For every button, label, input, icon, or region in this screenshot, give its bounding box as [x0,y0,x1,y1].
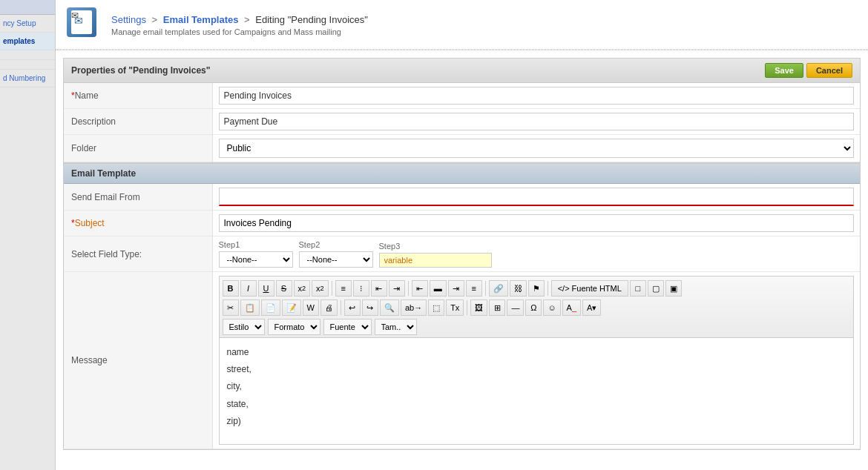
send-from-row: Send Email From [64,184,860,211]
properties-header: Properties of "Pending Invoices" Save Ca… [64,59,860,83]
smiley-button[interactable]: ☺ [543,299,560,316]
email-template-title: Email Template [71,168,136,179]
folder-input-cell: Public Private Shared [212,135,860,162]
email-template-icon: ✉ [67,7,96,37]
description-input[interactable] [219,113,855,130]
header-section: ✉ Settings > Email Templates > Editing "… [56,0,868,50]
save-button[interactable]: Save [765,63,803,78]
link-button[interactable]: 🔗 [489,280,508,297]
outdent-button[interactable]: ⇤ [371,280,387,297]
email-template-section: Email Template Send Email From *Subject [64,162,860,449]
breadcrumb-email-templates-link[interactable]: Email Templates [163,14,239,25]
header-text: Settings > Email Templates > Editing "Pe… [111,14,368,36]
format-dropdown[interactable]: Formato [268,319,320,335]
folder-label-cell: Folder [64,135,212,162]
remove-format-button[interactable]: Tx [446,299,464,316]
source-button3[interactable]: ▣ [665,280,682,297]
email-form-table: Send Email From *Subject [64,184,860,449]
superscript-button[interactable]: x2 [312,280,329,297]
sidebar-top [0,0,55,15]
align-right-button[interactable]: ⇥ [448,280,464,297]
indent-button[interactable]: ⇥ [389,280,405,297]
find-button[interactable]: 🔍 [380,299,399,316]
source-button1[interactable]: □ [630,280,646,297]
paste-text-button[interactable]: 📝 [282,299,301,316]
send-from-input-cell [212,184,860,211]
field-type-row: Select Field Type: Step1 --None-- [64,236,860,272]
replace-button[interactable]: ab→ [401,299,427,316]
font-dropdown[interactable]: Fuente [323,319,372,335]
breadcrumb-editing-text: Editing "Pending Invoices" [255,14,368,25]
cancel-button[interactable]: Cancel [806,63,852,78]
properties-title: Properties of "Pending Invoices" [71,65,210,76]
paste-button[interactable]: 📄 [261,299,280,316]
subscript-button[interactable]: x2 [294,280,311,297]
subject-input[interactable] [219,214,855,232]
folder-select[interactable]: Public Private Shared [219,139,855,158]
bold-button[interactable]: B [223,280,239,297]
underline-button[interactable]: U [258,280,274,297]
header-icon: ✉ [67,7,102,43]
undo-button[interactable]: ↩ [344,299,361,316]
fuente-html-icon: </> [558,284,570,293]
table-button[interactable]: ⊞ [489,299,505,316]
toolbar-row1: B I U S x2 x2 ≡ ⁝ ⇤ [223,279,851,298]
step3-label: Step3 [379,242,492,251]
italic-button[interactable]: I [240,280,257,297]
ordered-list-button[interactable]: ≡ [335,280,352,297]
anchor-button[interactable]: ⚑ [528,280,545,297]
send-from-input[interactable] [219,188,855,206]
sidebar-item-templates[interactable]: emplates [0,33,55,50]
subject-label-text: Subject [75,218,105,228]
fuente-html-button[interactable]: </> Fuente HTML [551,280,628,297]
font-color-button[interactable]: A_ [562,299,581,316]
breadcrumb-settings-link[interactable]: Settings [111,14,146,25]
special-char-button[interactable]: Ω [525,299,542,316]
copy-button[interactable]: 📋 [240,299,260,316]
breadcrumb: Settings > Email Templates > Editing "Pe… [111,14,368,25]
step2-group: Step2 --None-- [299,240,373,268]
step2-select[interactable]: --None-- [299,251,373,268]
field-type-input-cell: Step1 --None-- Step2 --None-- [212,236,860,272]
name-input[interactable] [219,87,855,105]
editor-body[interactable]: name street, city, state, zip) Desc [219,337,855,445]
header-separator [56,50,868,50]
align-left-button[interactable]: ⇤ [412,280,428,297]
select-all-button[interactable]: ⬚ [428,299,444,316]
sidebar-item-numbering[interactable]: d Numbering [0,70,55,87]
toolbar-sep5 [341,300,341,315]
strikethrough-button[interactable]: S [276,280,292,297]
toolbar-sep2 [408,281,409,296]
size-dropdown[interactable]: Tam.. [375,319,417,335]
align-center-button[interactable]: ▬ [430,280,447,297]
image-button[interactable]: 🖼 [470,299,487,316]
unlink-button[interactable]: ⛓ [510,280,527,297]
style-dropdown[interactable]: Estilo [223,319,265,335]
paste-word-button[interactable]: W [303,299,319,316]
toolbar-sep3 [485,281,486,296]
cut-button[interactable]: ✂ [223,299,239,316]
toolbar-sep1 [332,281,332,296]
step1-label: Step1 [219,240,293,249]
align-justify-button[interactable]: ≡ [466,280,482,297]
source-button2[interactable]: ▢ [648,280,664,297]
redo-button[interactable]: ↪ [362,299,378,316]
icon-inner: ✉ [71,10,92,34]
body-line-street: street, [227,363,846,377]
unordered-list-button[interactable]: ⁝ [353,280,369,297]
body-line-city: city, [227,380,846,394]
email-template-header: Email Template [64,164,860,184]
toolbar-sep4 [548,281,548,296]
hr-button[interactable]: — [507,299,524,316]
toolbar-row2: ✂ 📋 📄 📝 W 🖨 ↩ ↪ 🔍 [223,298,851,317]
name-label-cell: *Name [64,83,212,109]
bg-color-button[interactable]: A▾ [582,299,601,316]
step3-input[interactable] [379,253,492,268]
subject-input-cell [212,211,860,236]
toolbar-dropdowns: Estilo Formato Fuente Tam. [223,319,851,335]
print-button[interactable]: 🖨 [320,299,338,316]
sidebar-item-ncy-setup[interactable]: ncy Setup [0,15,55,33]
description-label-cell: Description [64,109,212,135]
step1-select[interactable]: --None-- [219,251,293,268]
name-input-cell [212,83,860,109]
